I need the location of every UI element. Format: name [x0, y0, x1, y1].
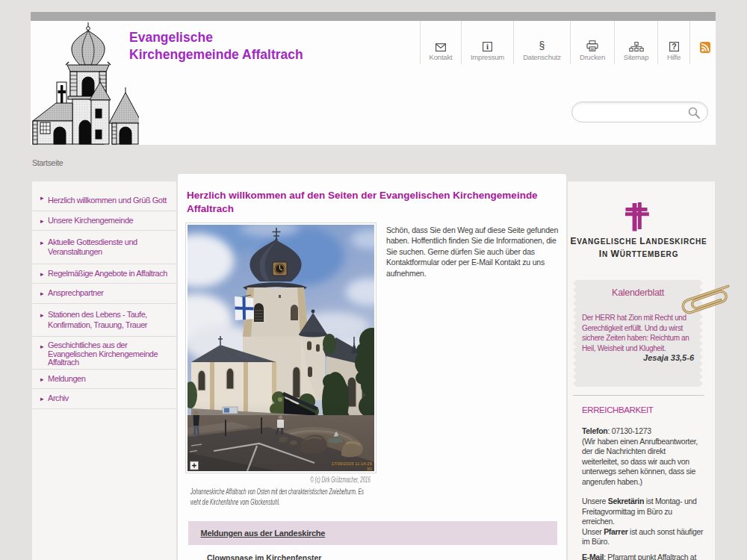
svg-text:3G: 3G — [367, 467, 372, 471]
svg-text:?: ? — [672, 42, 676, 51]
svg-text:17/09/2015 11:14:26: 17/09/2015 11:14:26 — [331, 461, 372, 466]
svg-text:i: i — [486, 42, 489, 51]
